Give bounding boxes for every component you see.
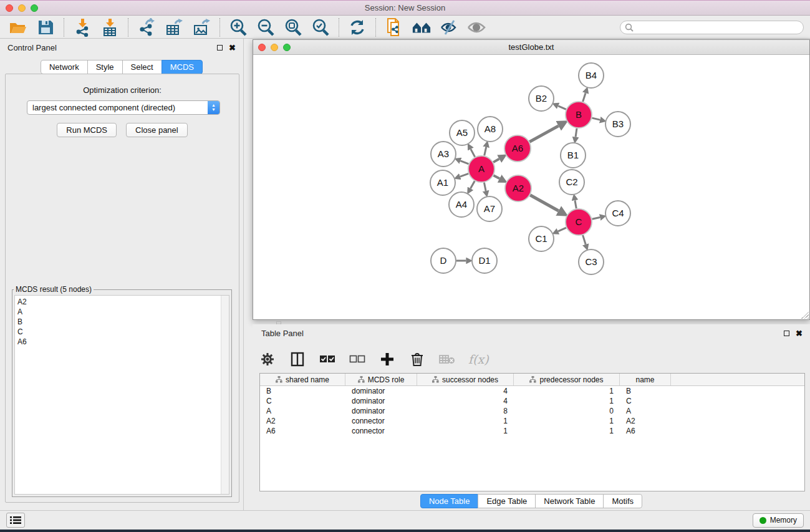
column-header-name[interactable]: name bbox=[620, 374, 671, 385]
close-panel-icon[interactable]: ✖ bbox=[229, 44, 236, 52]
table-row[interactable]: Adominator80A bbox=[260, 406, 804, 416]
hide-network-icon[interactable] bbox=[439, 18, 459, 37]
table-cell[interactable]: 4 bbox=[417, 397, 514, 405]
zoom-in-icon[interactable] bbox=[228, 18, 248, 37]
show-graphics-details-icon[interactable] bbox=[466, 18, 486, 37]
edge-A-A4[interactable] bbox=[470, 181, 475, 188]
tab-network-table[interactable]: Network Table bbox=[535, 494, 604, 508]
resize-grip-icon[interactable] bbox=[801, 311, 809, 319]
list-item[interactable]: A2 bbox=[17, 297, 229, 307]
table-row[interactable]: Bdominator41B bbox=[260, 386, 804, 396]
graph-node-C[interactable]: C bbox=[566, 209, 592, 235]
edge-B-B1[interactable] bbox=[576, 128, 577, 137]
table-cell[interactable]: 0 bbox=[514, 407, 620, 415]
graph-node-A5[interactable]: A5 bbox=[450, 120, 475, 145]
refresh-layout-icon[interactable] bbox=[347, 18, 367, 37]
memory-button[interactable]: Memory bbox=[753, 513, 804, 528]
function-builder-icon[interactable]: f(x) bbox=[468, 352, 489, 366]
tab-style[interactable]: Style bbox=[87, 60, 123, 74]
graph-node-C3[interactable]: C3 bbox=[579, 249, 604, 274]
edge-A-A2[interactable] bbox=[493, 175, 499, 178]
table-cell[interactable]: 1 bbox=[514, 427, 620, 435]
export-network-icon[interactable] bbox=[137, 18, 157, 37]
graph-node-A8[interactable]: A8 bbox=[478, 117, 503, 142]
duplicate-network-icon[interactable] bbox=[384, 18, 404, 37]
import-table-icon[interactable] bbox=[100, 18, 120, 37]
settings-gear-icon[interactable] bbox=[259, 351, 276, 368]
table-cell[interactable]: 4 bbox=[417, 387, 514, 395]
zoom-selected-icon[interactable] bbox=[311, 18, 330, 37]
table-cell[interactable]: dominator bbox=[345, 387, 417, 395]
show-all-networks-icon[interactable] bbox=[412, 18, 432, 37]
graph-node-A6[interactable]: A6 bbox=[504, 135, 531, 162]
zoom-fit-icon[interactable] bbox=[283, 18, 303, 37]
edge-C-C4[interactable] bbox=[592, 217, 600, 219]
result-scrollbar[interactable] bbox=[221, 296, 229, 494]
table-cell[interactable]: B bbox=[620, 387, 671, 395]
delete-column-icon[interactable] bbox=[408, 351, 426, 368]
table-cell[interactable]: 1 bbox=[514, 387, 620, 395]
select-all-icon[interactable] bbox=[319, 351, 336, 368]
table-cell[interactable]: 1 bbox=[417, 417, 514, 425]
criterion-dropdown[interactable]: largest connected component (directed) ▲… bbox=[27, 100, 220, 115]
export-table-icon[interactable] bbox=[164, 18, 184, 37]
table-cell[interactable]: dominator bbox=[345, 407, 417, 415]
save-session-icon[interactable] bbox=[36, 18, 55, 37]
column-header-MCDS-role[interactable]: MCDS role bbox=[345, 374, 417, 385]
network-canvas[interactable]: B4B2BB3A8A5A6A3B1AC2A1A2A4A7C4CC1C3DD1 bbox=[253, 55, 809, 319]
table-cell[interactable]: 1 bbox=[417, 427, 514, 435]
edge-B-B3[interactable] bbox=[592, 118, 600, 120]
close-table-panel-icon[interactable]: ✖ bbox=[796, 329, 803, 337]
table-cell[interactable]: A6 bbox=[620, 427, 671, 435]
table-row[interactable]: A2connector11A2 bbox=[260, 416, 804, 426]
edge-A6-B[interactable] bbox=[529, 126, 558, 142]
tab-edge-table[interactable]: Edge Table bbox=[478, 494, 536, 508]
import-network-icon[interactable] bbox=[72, 18, 92, 37]
edge-B-B2[interactable] bbox=[558, 106, 566, 109]
table-cell[interactable]: A2 bbox=[620, 417, 671, 425]
graph-node-B4[interactable]: B4 bbox=[579, 63, 604, 88]
table-cell[interactable]: C bbox=[620, 397, 671, 405]
edge-B-B4[interactable] bbox=[583, 93, 586, 102]
list-item[interactable]: A6 bbox=[17, 337, 229, 347]
table-row[interactable]: A6connector11A6 bbox=[260, 426, 804, 436]
list-item[interactable]: C bbox=[17, 327, 229, 337]
list-item[interactable]: A bbox=[17, 307, 229, 317]
graph-node-C2[interactable]: C2 bbox=[559, 170, 584, 195]
tab-select[interactable]: Select bbox=[122, 60, 162, 74]
edge-C-C2[interactable] bbox=[575, 200, 576, 208]
table-cell[interactable]: connector bbox=[345, 427, 417, 435]
edge-C-C1[interactable] bbox=[558, 228, 566, 231]
tab-network[interactable]: Network bbox=[41, 60, 88, 74]
tab-node-table[interactable]: Node Table bbox=[420, 494, 479, 508]
graph-node-A7[interactable]: A7 bbox=[477, 196, 502, 221]
graph-node-C4[interactable]: C4 bbox=[605, 201, 630, 226]
open-file-icon[interactable] bbox=[8, 18, 28, 37]
table-cell[interactable]: A6 bbox=[260, 427, 345, 435]
graph-node-A1[interactable]: A1 bbox=[430, 170, 455, 195]
table-cell[interactable]: dominator bbox=[345, 397, 417, 405]
float-panel-icon[interactable] bbox=[217, 45, 223, 51]
graph-node-D1[interactable]: D1 bbox=[472, 248, 497, 273]
graph-node-D[interactable]: D bbox=[431, 248, 456, 273]
table-cell[interactable]: connector bbox=[345, 417, 417, 425]
column-selector-icon[interactable] bbox=[289, 351, 306, 368]
table-cell[interactable]: A bbox=[260, 407, 345, 415]
zoom-out-icon[interactable] bbox=[256, 18, 276, 37]
graph-node-C1[interactable]: C1 bbox=[529, 226, 554, 251]
edge-A-A3[interactable] bbox=[461, 161, 469, 164]
table-cell[interactable]: 1 bbox=[514, 417, 620, 425]
task-history-button[interactable] bbox=[6, 513, 25, 528]
network-window-titlebar[interactable]: testGlobe.txt bbox=[253, 40, 809, 55]
column-header-successor-nodes[interactable]: successor nodes bbox=[417, 374, 514, 385]
tab-mcds[interactable]: MCDS bbox=[162, 60, 203, 74]
graph-node-B2[interactable]: B2 bbox=[529, 86, 554, 111]
search-input[interactable] bbox=[620, 21, 804, 34]
graph-node-A2[interactable]: A2 bbox=[505, 175, 531, 201]
run-mcds-button[interactable]: Run MCDS bbox=[57, 123, 117, 137]
edge-C-C3[interactable] bbox=[583, 235, 586, 244]
delete-table-icon[interactable] bbox=[438, 351, 456, 368]
table-cell[interactable]: B bbox=[260, 387, 345, 395]
graph-node-B[interactable]: B bbox=[566, 102, 592, 128]
table-cell[interactable]: 8 bbox=[417, 407, 514, 415]
